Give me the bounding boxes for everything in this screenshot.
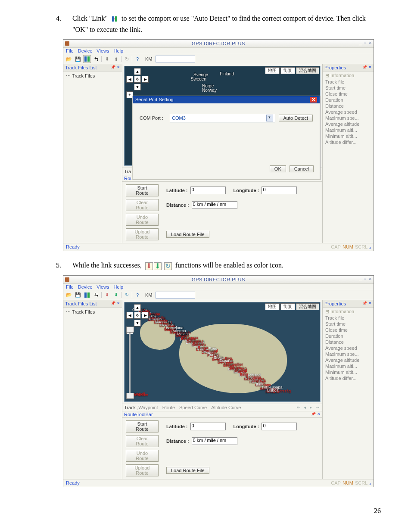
menu-file[interactable]: File [66, 48, 74, 53]
pin-close-icon[interactable]: 📌 ✕ [111, 65, 120, 70]
ok-button[interactable]: OK [270, 165, 286, 172]
tab-altitude-curve[interactable]: Altitude Curve [211, 405, 241, 410]
properties-grid: ⊟ Information Track file Start time Clos… [323, 308, 374, 382]
longitude-input[interactable]: 0 [262, 187, 297, 194]
pin-close-icon[interactable]: 📌 ✕ [362, 301, 372, 306]
svg-rect-2 [84, 56, 87, 62]
clear-route-button[interactable]: Clear Route [126, 435, 159, 447]
step-number: 5. [56, 260, 72, 271]
menu-views[interactable]: Views [97, 48, 109, 53]
tree-view[interactable]: ⋯ Track Files [63, 72, 122, 243]
upload-icon: ⬇ [154, 262, 162, 270]
menu-device[interactable]: Device [78, 284, 93, 289]
link-icon [111, 16, 118, 22]
latitude-input[interactable]: 0 [190, 187, 226, 194]
map-label: Valencia [251, 378, 266, 383]
route-toolbar-body: Start Route Latitude :0 Longitude :0 Cle… [122, 418, 322, 479]
svg-rect-4 [84, 292, 87, 298]
start-route-button[interactable]: Start Route [126, 184, 159, 196]
help-icon[interactable]: ? [134, 55, 141, 63]
tab-track[interactable]: Track ,Waypoint [124, 405, 158, 410]
cancel-button[interactable]: Cancel [290, 165, 314, 172]
center-area: GlasgowEdinburghUnitedKingdomBelfastLive… [122, 300, 322, 479]
map-type-tabs[interactable]: 地图 街景 混合地图 [265, 303, 319, 310]
step-text: Click "Link" to set the comport or use "… [72, 13, 381, 35]
menu-device[interactable]: Device [78, 48, 93, 53]
pin-close-icon[interactable]: 📌 ✕ [362, 65, 372, 70]
transfer-icon[interactable]: ⇆ [92, 55, 100, 63]
download-icon[interactable]: ⬇ [103, 291, 111, 299]
map-type-tabs[interactable]: 地图 街景 混合地图 [265, 67, 319, 74]
track-files-panel: Track Files List📌 ✕ ⋯ Track Files [63, 300, 122, 479]
undo-route-button[interactable]: Undo Route [126, 450, 159, 462]
menu-file[interactable]: File [66, 284, 74, 289]
help-icon[interactable]: ? [134, 291, 141, 299]
refresh-icon[interactable]: ↻ [123, 55, 131, 63]
undo-route-button[interactable]: Undo Route [126, 214, 159, 226]
map-view[interactable]: Sverige Sweden Finland Norge Norway 地图 街… [124, 66, 321, 166]
pin-close-icon[interactable]: 📌 ✕ [311, 412, 321, 417]
unit-dropdown[interactable] [156, 56, 195, 62]
latitude-input[interactable]: 0 [190, 423, 226, 430]
longitude-input[interactable]: 0 [262, 423, 297, 430]
properties-grid: ⊟ Information Track file Start time Clos… [323, 72, 374, 146]
refresh-icon[interactable]: ↻ [123, 291, 131, 299]
open-icon[interactable]: 📂 [65, 291, 73, 299]
clear-route-button[interactable]: Clear Route [126, 199, 159, 211]
menu-help[interactable]: Help [114, 284, 124, 289]
toolbar: 📂 💾 ⇆ ⬇ ⬇ ↻ ? KM [63, 290, 374, 300]
link-icon[interactable] [83, 291, 91, 299]
auto-detect-button[interactable]: Auto Detect [279, 115, 313, 121]
pin-close-icon[interactable]: 📌 ✕ [111, 301, 120, 306]
save-icon[interactable]: 💾 [74, 291, 82, 299]
load-route-file-button[interactable]: Load Route File [166, 231, 209, 238]
comport-combo[interactable]: COM3▾ [170, 114, 275, 122]
app-icon [65, 41, 69, 46]
screenshot-2: GPS DIRECTOR PLUS _▫✕ File Device Views … [63, 275, 374, 487]
open-icon[interactable]: 📂 [65, 55, 73, 63]
tab-speed-curve[interactable]: Speed Curve [179, 405, 207, 410]
map-label: España [219, 358, 233, 363]
page-number: 26 [374, 507, 381, 509]
unit-label: KM [145, 56, 153, 62]
step-number: 4. [56, 13, 72, 35]
map-view[interactable]: GlasgowEdinburghUnitedKingdomBelfastLive… [124, 302, 321, 402]
map-label: Madrid [235, 368, 247, 373]
upload-route-button[interactable]: Upload Route [126, 228, 159, 240]
tab-route[interactable]: Route [162, 405, 175, 410]
link-icon[interactable] [83, 55, 91, 63]
download-icon: ⬇ [145, 262, 153, 270]
menu-views[interactable]: Views [97, 284, 109, 289]
window-controls[interactable]: _▫✕ [359, 40, 372, 45]
distance-input[interactable]: 0 km / mile / nm [192, 201, 237, 209]
tree-view[interactable]: ⋯ Track Files [63, 308, 122, 479]
upload-icon[interactable]: ⬆ [112, 55, 120, 63]
track-files-panel: Track Files List📌 ✕ ⋯ Track Files [63, 64, 122, 243]
download-icon[interactable]: ⬇ [103, 55, 111, 63]
status-bar: Ready CAPNUMSCRL ⌟ [63, 479, 374, 487]
save-icon[interactable]: 💾 [74, 55, 82, 63]
distance-input[interactable]: 0 km / mile / nm [192, 437, 237, 445]
map-nav-controls[interactable]: ▲ ◀✥▶ ▼ + [126, 68, 149, 98]
close-icon[interactable]: ✕ [310, 97, 317, 103]
title-bar: GPS DIRECTOR PLUS _▫✕ [63, 40, 374, 48]
enabled-toolbar-icons: ⬇ ⬇ ↻ [145, 262, 172, 270]
map-canvas: GlasgowEdinburghUnitedKingdomBelfastLive… [125, 302, 320, 401]
window-controls[interactable]: _▫✕ [359, 277, 372, 281]
menu-bar: File Device Views Help [63, 48, 374, 54]
instruction-5: 5. While the link successes, ⬇ ⬇ ↻ funct… [56, 260, 381, 271]
unit-dropdown[interactable] [156, 292, 195, 299]
bottom-tabs: Track ,Waypoint Route Speed Curve Altitu… [122, 404, 322, 411]
menu-bar: File Device Views Help [63, 284, 374, 290]
map-label: Lisboa [267, 388, 279, 392]
tab-nav-icons[interactable]: ⇤ ◂ ▸ ⇥ [297, 405, 321, 410]
properties-panel: Properties📌 ✕ ⊟ Information Track file S… [322, 300, 374, 479]
transfer-icon[interactable]: ⇆ [92, 291, 100, 299]
menu-help[interactable]: Help [114, 48, 124, 53]
upload-route-button[interactable]: Upload Route [126, 464, 159, 476]
zoom-slider[interactable] [129, 333, 131, 393]
upload-icon[interactable]: ⬇ [112, 291, 120, 299]
svg-rect-3 [87, 56, 90, 62]
load-route-file-button[interactable]: Load Route File [166, 467, 209, 474]
start-route-button[interactable]: Start Route [126, 420, 159, 432]
